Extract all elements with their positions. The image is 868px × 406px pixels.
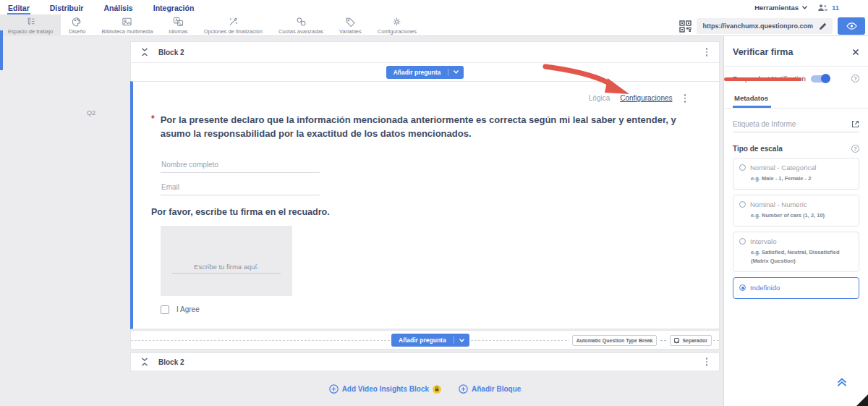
gear-icon	[391, 17, 402, 27]
edit-pencil-icon[interactable]	[819, 22, 827, 30]
add-question-button-bottom[interactable]: Añadir pregunta	[391, 334, 469, 347]
tag-icon	[345, 17, 356, 27]
block-card-top: Block 2 Añadir pregunta	[130, 41, 720, 82]
option-example: e.g. Satisfied, Neutral, Dissatisfied (M…	[751, 248, 853, 266]
add-video-insights-label: Add Video Insights Block	[342, 385, 429, 393]
signature-box[interactable]	[161, 226, 292, 296]
option-example: e.g. Number of cars (1, 2, 10)	[751, 211, 853, 220]
tab-biblioteca-multimedia[interactable]: Biblioteca multimedia	[93, 14, 161, 36]
question-menu-icon[interactable]	[683, 93, 688, 104]
panel-title: Verificar firma	[733, 47, 793, 57]
collaborators-button[interactable]: 11	[817, 4, 839, 12]
survey-url: https://ivanchumx.questionpro.com	[702, 22, 813, 30]
panel-divider	[724, 66, 868, 67]
collapse-block-icon[interactable]	[141, 358, 148, 366]
tab-diseno[interactable]: Diseño	[61, 14, 93, 36]
add-question-caret-icon[interactable]	[448, 70, 464, 74]
radio-icon-selected[interactable]	[739, 284, 746, 291]
mouse-cursor	[856, 394, 868, 406]
collaborators-count: 11	[832, 4, 839, 12]
tab-label: Variables	[339, 28, 362, 35]
bottom-add-row: Añadir pregunta Automatic Question Type …	[130, 330, 720, 350]
option-label: Indefinido	[750, 284, 780, 292]
add-circle-icon	[329, 384, 339, 394]
scroll-to-top-button[interactable]	[836, 377, 848, 387]
separator-label: Separador	[682, 338, 707, 343]
add-block-label: Añadir Bloque	[472, 385, 521, 393]
scale-option-intervalo[interactable]: Intervalo e.g. Satisfied, Neutral, Dissa…	[733, 232, 859, 272]
add-question-button-top[interactable]: Añadir pregunta	[386, 66, 464, 79]
block-title: Block 2	[158, 48, 184, 56]
option-label: Intervalo	[750, 237, 776, 245]
qr-code-icon[interactable]	[679, 20, 692, 33]
chip-divider	[660, 340, 666, 341]
question-id-label: Q2	[87, 109, 95, 117]
help-icon[interactable]: ?	[851, 145, 859, 153]
agree-checkbox[interactable]	[161, 305, 169, 314]
radio-icon[interactable]	[739, 201, 746, 208]
preview-button[interactable]	[838, 17, 865, 35]
type-break-label: Automatic Question Type Break	[576, 338, 653, 343]
nav-analisis[interactable]: Análisis	[103, 1, 133, 14]
image-icon	[122, 17, 132, 27]
tab-label: Idiomas	[169, 28, 187, 35]
radio-icon[interactable]	[739, 238, 746, 245]
question-text[interactable]: Por la presente declaro que la informaci…	[161, 113, 702, 141]
scale-option-indefinido[interactable]: Indefinido	[733, 277, 859, 299]
radio-icon[interactable]	[739, 164, 746, 171]
help-icon[interactable]: ?	[851, 75, 859, 83]
tools-label: Herramientas	[754, 4, 799, 12]
email-field[interactable]	[161, 183, 320, 195]
nav-editar[interactable]: Editar	[7, 1, 30, 14]
add-question-caret-icon[interactable]	[454, 339, 469, 342]
scale-option-nominal-categorical[interactable]: Nominal - Categorical e.g. Male - 1, Fem…	[733, 158, 859, 190]
external-link-icon[interactable]	[851, 120, 859, 128]
tab-idiomas[interactable]: Idiomas	[161, 14, 195, 36]
type-break-chip[interactable]: Automatic Question Type Break	[572, 335, 658, 346]
left-scroll-indicator[interactable]	[0, 30, 3, 70]
tab-opciones-de-finalizacion[interactable]: Opciones de finalización	[196, 14, 271, 36]
block-menu-icon[interactable]	[705, 356, 710, 368]
required-asterisk: *	[151, 113, 155, 141]
signature-prompt: Por favor, escribe tu firma en el recuad…	[151, 207, 719, 217]
tab-metadatos[interactable]: Metadatos	[733, 94, 771, 108]
upgrade-lock-badge	[433, 385, 441, 394]
question-card[interactable]: Lógica Configuraciones * Por la presente…	[130, 81, 720, 329]
nav-integracion[interactable]: Integración	[153, 1, 195, 14]
full-name-field[interactable]	[161, 161, 320, 173]
question-settings-link[interactable]: Configuraciones	[620, 94, 672, 102]
survey-url-bar[interactable]: https://ivanchumx.questionpro.com	[697, 18, 833, 34]
settings-panel: Verificar firma Respondent Notification …	[723, 36, 868, 406]
respondent-notification-toggle[interactable]	[811, 75, 830, 83]
caret-down-icon	[802, 6, 807, 9]
tab-label: Espacio de trabajo	[8, 28, 53, 35]
agree-label: I Agree	[176, 305, 200, 313]
tab-espacio-de-trabajo[interactable]: Espacio de trabajo	[0, 14, 61, 36]
block-menu-icon[interactable]	[705, 46, 710, 58]
tab-label: Configuraciones	[378, 28, 417, 35]
lock-icon	[435, 386, 439, 392]
close-icon[interactable]	[852, 48, 859, 56]
block-title: Block 2	[158, 358, 184, 366]
option-example: e.g. Male - 1, Female - 2	[751, 174, 853, 183]
chain-icon	[296, 17, 307, 27]
tab-configuraciones[interactable]: Configuraciones	[370, 14, 425, 36]
signature-input[interactable]	[172, 263, 281, 274]
tools-menu[interactable]: Herramientas	[754, 4, 807, 12]
scale-type-label: Tipo de escala	[733, 145, 783, 153]
separator-chip[interactable]: Separador	[670, 335, 712, 346]
separator-checkbox[interactable]	[674, 338, 679, 343]
tab-variables[interactable]: Variables	[331, 14, 370, 36]
nav-distribuir[interactable]: Distribuir	[49, 1, 85, 14]
scale-option-nominal-numeric[interactable]: Nominal - Numeric e.g. Number of cars (1…	[733, 195, 859, 227]
add-video-insights-block-button[interactable]: Add Video Insights Block	[329, 384, 441, 394]
tab-cuotas-avanzadas[interactable]: Cuotas avanzadas	[271, 14, 331, 36]
palette-icon	[72, 17, 82, 27]
report-label-field[interactable]	[733, 120, 851, 128]
collapse-block-icon[interactable]	[141, 48, 148, 56]
tab-label: Biblioteca multimedia	[101, 28, 153, 35]
add-block-button[interactable]: Añadir Bloque	[459, 384, 521, 394]
editor-toolbar: Espacio de trabajo Diseño Biblioteca mul…	[0, 14, 425, 36]
question-logic-link[interactable]: Lógica	[589, 94, 610, 102]
main-nav: Editar Distribuir Análisis Integración	[0, 0, 868, 14]
